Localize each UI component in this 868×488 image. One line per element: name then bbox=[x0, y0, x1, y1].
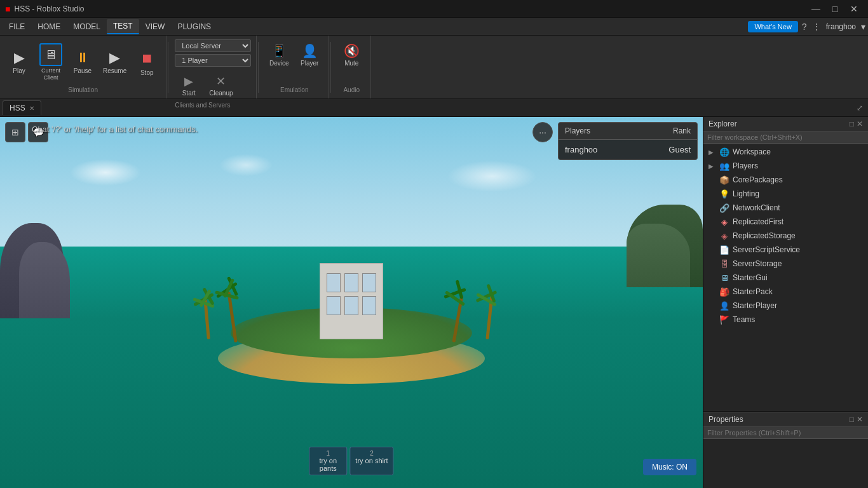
cs-label: Clients and Servers bbox=[175, 102, 251, 109]
chat-hint: Chat '/?' or '/help' for a list of chat … bbox=[32, 125, 198, 134]
tab-bar: HSS ✕ ⤢ bbox=[0, 99, 868, 117]
explorer-item-starterplayer[interactable]: 👤 StarterPlayer bbox=[703, 299, 868, 313]
action-btn-1[interactable]: 1 try on pants bbox=[309, 447, 347, 475]
player-emulation-button[interactable]: 👤 Player bbox=[295, 41, 323, 69]
properties-maximize-icon[interactable]: □ bbox=[850, 415, 854, 424]
pause-label: Pause bbox=[74, 67, 92, 74]
right-terrain bbox=[607, 173, 703, 287]
viewport[interactable]: ⊞ 💬 Chat '/?' or '/help' for a list of c… bbox=[0, 117, 703, 488]
player-count-dropdown[interactable]: 1 Player bbox=[175, 54, 251, 67]
viewport-grid-button[interactable]: ⊞ bbox=[5, 122, 25, 142]
explorer-item-networkclient[interactable]: 🔗 NetworkClient bbox=[703, 201, 868, 215]
action-btn-1-num: 1 bbox=[315, 450, 341, 457]
expand-icon: ▶ bbox=[709, 163, 716, 170]
networkclient-label: NetworkClient bbox=[733, 203, 780, 212]
whats-new-label: What's New bbox=[754, 23, 791, 30]
explorer-header: Explorer □ ✕ bbox=[703, 117, 868, 132]
audio-section: 🔇 Mute Audio bbox=[332, 36, 371, 98]
explorer-item-startergui[interactable]: 🖥 StarterGui bbox=[703, 271, 868, 285]
viewport-menu-button[interactable]: ··· bbox=[532, 122, 553, 142]
audio-buttons: 🔇 Mute bbox=[337, 41, 365, 69]
device-button[interactable]: 📱 Device bbox=[265, 41, 293, 69]
cleanup-icon: ✕ bbox=[216, 74, 226, 88]
menu-file[interactable]: FILE bbox=[3, 20, 31, 34]
mute-button[interactable]: 🔇 Mute bbox=[337, 41, 365, 69]
share-icon[interactable]: ⋮ bbox=[812, 22, 821, 32]
maximize-button[interactable]: □ bbox=[826, 0, 844, 18]
properties-search-input[interactable] bbox=[703, 427, 868, 439]
players-icon: 👥 bbox=[719, 161, 730, 171]
dots-icon: ··· bbox=[539, 127, 546, 137]
player-name: franghoo bbox=[565, 145, 597, 154]
separator-2 bbox=[258, 42, 259, 93]
explorer-item-replicatedfirst[interactable]: ◈ ReplicatedFirst bbox=[703, 215, 868, 229]
explorer-item-lighting[interactable]: 💡 Lighting bbox=[703, 187, 868, 201]
clients-servers-section: Local Server 1 Player ▶ Start ✕ Cleanup … bbox=[170, 36, 257, 98]
explorer-item-players[interactable]: ▶ 👥 Players bbox=[703, 159, 868, 173]
hss-tab[interactable]: HSS ✕ bbox=[3, 100, 41, 115]
music-button[interactable]: Music: ON bbox=[643, 459, 696, 475]
server-type-dropdown[interactable]: Local Server bbox=[175, 39, 251, 52]
separator-1 bbox=[168, 42, 168, 93]
action-btn-2[interactable]: 2 try on shirt bbox=[349, 447, 393, 475]
players-panel-title: Players bbox=[565, 126, 590, 135]
current-client-label: CurrentClient bbox=[41, 67, 60, 81]
replicatedstorage-icon: ◈ bbox=[719, 231, 730, 241]
properties-close-icon[interactable]: ✕ bbox=[857, 415, 863, 424]
menu-bar: FILE HOME MODEL TEST VIEW PLUGINS What's… bbox=[0, 18, 868, 36]
starterpack-label: StarterPack bbox=[733, 287, 773, 296]
resume-button[interactable]: ▶ Resume bbox=[99, 47, 130, 77]
whats-new-button[interactable]: What's New bbox=[748, 21, 797, 32]
window-2 bbox=[344, 273, 358, 292]
mute-icon: 🔇 bbox=[344, 43, 360, 58]
grid-icon: ⊞ bbox=[11, 127, 19, 137]
explorer-item-corepackages[interactable]: 📦 CorePackages bbox=[703, 173, 868, 187]
left-terrain bbox=[0, 191, 76, 318]
menu-model[interactable]: MODEL bbox=[67, 20, 107, 34]
networkclient-icon: 🔗 bbox=[719, 203, 730, 213]
menu-view[interactable]: VIEW bbox=[139, 20, 172, 34]
menu-plugins[interactable]: PLUGINS bbox=[171, 20, 217, 34]
title-bar-left: ■ HSS - Roblox Studio bbox=[5, 4, 85, 14]
stop-button[interactable]: ■ Stop bbox=[133, 46, 161, 79]
resume-label: Resume bbox=[103, 67, 126, 74]
building bbox=[320, 263, 383, 339]
play-button[interactable]: ▶ Play bbox=[5, 47, 33, 77]
corepackages-label: CorePackages bbox=[733, 175, 783, 184]
explorer-search-input[interactable] bbox=[703, 132, 868, 144]
hss-tab-label: HSS bbox=[10, 104, 25, 112]
toolbar: ▶ Play 🖥 CurrentClient ⏸ Pause ▶ Resume … bbox=[0, 36, 868, 99]
explorer-item-serverscriptservice[interactable]: 📄 ServerScriptService bbox=[703, 243, 868, 257]
menu-test[interactable]: TEST bbox=[107, 19, 139, 34]
explorer-item-starterpack[interactable]: 🎒 StarterPack bbox=[703, 285, 868, 299]
explorer-close-icon[interactable]: ✕ bbox=[857, 119, 863, 128]
building-windows bbox=[327, 273, 376, 315]
current-client-button[interactable]: 🖥 CurrentClient bbox=[36, 41, 66, 84]
cleanup-button[interactable]: ✕ Cleanup bbox=[205, 72, 236, 99]
close-button[interactable]: ✕ bbox=[845, 0, 863, 18]
hss-tab-close[interactable]: ✕ bbox=[29, 105, 34, 112]
user-chevron-icon[interactable]: ▾ bbox=[861, 22, 865, 32]
explorer-item-teams[interactable]: 🚩 Teams bbox=[703, 313, 868, 327]
properties-controls: □ ✕ bbox=[850, 415, 863, 424]
explorer-item-serverstorage[interactable]: 🗄 ServerStorage bbox=[703, 257, 868, 271]
tab-expand-icon[interactable]: ⤢ bbox=[857, 104, 863, 112]
username-label[interactable]: franghoo bbox=[826, 22, 856, 31]
help-icon[interactable]: ? bbox=[802, 22, 807, 32]
island bbox=[193, 244, 510, 384]
app-title: HSS - Roblox Studio bbox=[14, 4, 84, 13]
explorer-item-workspace[interactable]: ▶ 🌐 Workspace bbox=[703, 145, 868, 159]
explorer-panel: Explorer □ ✕ ▶ 🌐 Workspace ▶ 👥 Players 📦… bbox=[703, 117, 868, 412]
start-button[interactable]: ▶ Start bbox=[175, 72, 203, 99]
explorer-maximize-icon[interactable]: □ bbox=[850, 119, 854, 128]
starterplayer-icon: 👤 bbox=[719, 301, 730, 311]
simulation-buttons: ▶ Play 🖥 CurrentClient ⏸ Pause ▶ Resume … bbox=[5, 41, 161, 84]
chat-hint-text: Chat '/?' or '/help' for a list of chat … bbox=[32, 125, 198, 134]
menu-home[interactable]: HOME bbox=[31, 20, 67, 34]
explorer-item-replicatedstorage[interactable]: ◈ ReplicatedStorage bbox=[703, 229, 868, 243]
minimize-button[interactable]: — bbox=[807, 0, 825, 18]
teams-icon: 🚩 bbox=[719, 315, 730, 325]
window-4 bbox=[327, 296, 341, 315]
right-panel: Explorer □ ✕ ▶ 🌐 Workspace ▶ 👥 Players 📦… bbox=[703, 117, 868, 488]
pause-button[interactable]: ⏸ Pause bbox=[69, 47, 97, 77]
